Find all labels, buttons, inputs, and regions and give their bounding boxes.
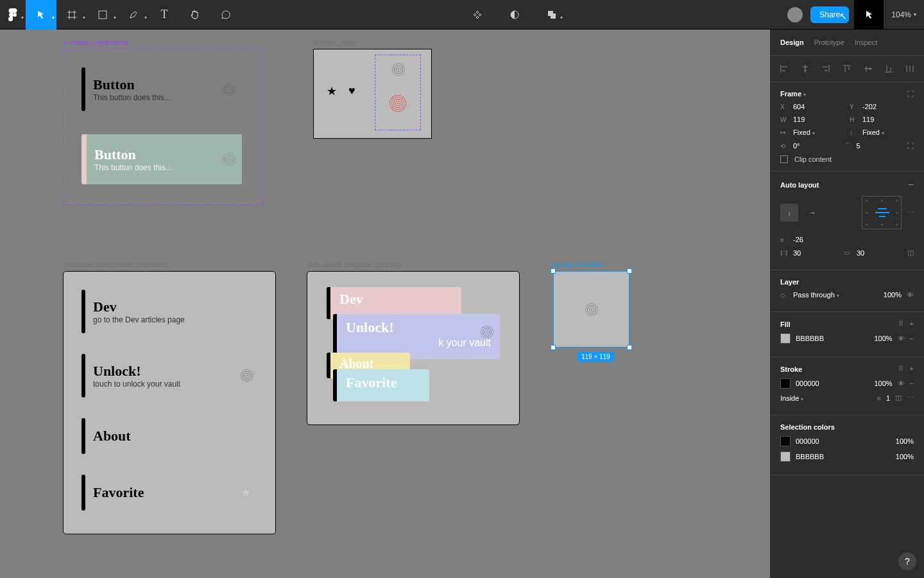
instances-frame[interactable]: Devgo to the Dev articles page Unlock!to… (63, 271, 276, 534)
tab-prototype[interactable]: Prototype (814, 39, 844, 46)
add-stroke[interactable]: + (910, 365, 914, 373)
selection-handle[interactable] (627, 268, 632, 274)
stroke-width[interactable]: 1 (886, 394, 890, 402)
fill-opacity[interactable]: 100% (874, 335, 892, 342)
alignment-grid[interactable] (862, 196, 902, 229)
boolean-icon[interactable]: ▾ (539, 0, 565, 30)
autolayout-title: Auto layout (780, 181, 819, 189)
component-frame[interactable]: Button This button does this... Button T… (63, 49, 263, 206)
mask-icon[interactable] (502, 0, 527, 30)
remove-stroke[interactable]: − (910, 380, 914, 387)
tab-inspect[interactable]: Inspect (855, 39, 877, 46)
radius-individual-icon[interactable]: ⛶ (907, 142, 914, 150)
autolayout-more[interactable]: ⋯ (907, 209, 914, 217)
pen-tool[interactable]: ▾ (118, 0, 149, 30)
style-icon[interactable]: ⠿ (898, 365, 903, 373)
pad-individual-icon[interactable]: ◫ (907, 249, 914, 257)
align-left[interactable] (776, 61, 792, 76)
spring-frame[interactable] (553, 271, 629, 347)
visibility-icon[interactable]: 👁 (898, 380, 905, 387)
frame-label[interactable]: ✦ button_component (63, 39, 128, 46)
instance-dev[interactable]: Devgo to the Dev articles page (81, 290, 257, 333)
icons-frame[interactable]: ★ ♥ (313, 49, 432, 139)
help-button[interactable]: ? (898, 552, 916, 570)
resize-to-fit-icon[interactable]: ⛶ (907, 90, 914, 98)
pad-h-input[interactable]: 30 (793, 249, 801, 257)
direction-horizontal[interactable]: → (803, 204, 821, 222)
h-constraint[interactable]: Fixed ▾ (862, 128, 884, 136)
x-input[interactable]: 604 (793, 103, 805, 110)
stroke-opacity[interactable]: 100% (874, 380, 892, 387)
sel-hex[interactable]: 000000 (796, 437, 819, 445)
w-input[interactable]: 119 (793, 116, 805, 123)
canvas[interactable]: ✦ button_component Button This button do… (0, 30, 770, 578)
visibility-icon[interactable]: 👁 (907, 291, 914, 299)
text-tool[interactable]: T (149, 0, 180, 30)
button-variant-hover[interactable]: Button This button does this... (81, 134, 242, 184)
comment-tool[interactable] (210, 0, 241, 30)
autolayout-frame[interactable]: Dev Unlock! k your vault About Favorite (307, 271, 520, 425)
instance-favorite[interactable]: Favorite ★ (81, 475, 257, 511)
style-icon[interactable]: ⠿ (898, 320, 903, 328)
tab-design[interactable]: Design (780, 39, 804, 46)
move-tool[interactable]: ▾ (26, 0, 56, 30)
sel-opacity[interactable]: 100% (896, 453, 914, 460)
align-top[interactable] (839, 61, 855, 76)
spacing-input[interactable]: -26 (793, 236, 803, 243)
clip-checkbox[interactable] (780, 155, 788, 163)
heart-icon[interactable]: ♥ (348, 84, 355, 98)
frame-tool[interactable]: ▾ (56, 0, 87, 30)
stroke-hex[interactable]: 000000 (796, 380, 819, 387)
remove-autolayout[interactable]: − (908, 179, 914, 191)
align-vcenter[interactable] (860, 61, 876, 76)
align-more[interactable] (902, 61, 918, 76)
align-bottom[interactable] (881, 61, 897, 76)
radius-input[interactable]: 5 (857, 142, 860, 150)
button-variant-default[interactable]: Button This button does this... (81, 67, 242, 111)
frame-title[interactable]: Frame ▾ (780, 90, 806, 98)
y-input[interactable]: -202 (862, 103, 877, 110)
frame-label[interactable]: spring animation (553, 261, 605, 268)
stroke-position[interactable]: Inside ▾ (780, 394, 803, 402)
hand-tool[interactable] (180, 0, 210, 30)
rotation-input[interactable]: 0° (793, 142, 800, 150)
remove-fill[interactable]: − (910, 335, 914, 342)
visibility-icon[interactable]: 👁 (898, 335, 905, 342)
fill-swatch[interactable] (780, 333, 791, 344)
sel-hex[interactable]: BBBBBB (796, 453, 824, 460)
direction-vertical[interactable]: ↓ (780, 204, 798, 222)
w-constraint[interactable]: Fixed ▾ (793, 128, 815, 136)
selection-handle[interactable] (551, 345, 556, 350)
selection-handle[interactable] (627, 345, 632, 350)
sel-swatch[interactable] (780, 451, 791, 462)
pad-v-input[interactable]: 30 (857, 249, 864, 257)
figma-menu[interactable]: ▾ (0, 0, 26, 30)
sel-swatch[interactable] (780, 436, 791, 446)
align-right[interactable] (818, 61, 834, 76)
share-button[interactable]: Share (810, 6, 849, 23)
blend-mode[interactable]: Pass through ▾ (793, 291, 839, 299)
icon-component[interactable] (375, 55, 421, 130)
frame-label[interactable]: auto-layout (negative spacing) (307, 261, 401, 268)
shape-tool[interactable]: ▾ (87, 0, 118, 30)
instance-unlock[interactable]: Unlock!touch to unlock your vault (81, 354, 257, 398)
star-icon[interactable]: ★ (327, 84, 337, 98)
zoom-level[interactable]: 104%▾ (884, 10, 924, 19)
instance-about[interactable]: About (81, 418, 257, 454)
stroke-more[interactable]: ⋯ (907, 394, 914, 402)
frame-label[interactable]: Instances (component properties) (63, 261, 168, 268)
stroke-side-icon[interactable]: ◫ (895, 394, 902, 402)
stack-favorite[interactable]: Favorite (333, 369, 429, 401)
stroke-swatch[interactable] (780, 378, 791, 389)
selection-handle[interactable] (551, 268, 556, 274)
component-icon[interactable] (465, 0, 490, 30)
align-hcenter[interactable] (798, 61, 814, 76)
opacity-input[interactable]: 100% (884, 291, 902, 299)
add-fill[interactable]: + (910, 320, 914, 328)
fill-hex[interactable]: BBBBBB (796, 335, 824, 342)
present-button[interactable] (854, 0, 884, 30)
avatar[interactable] (787, 7, 803, 22)
frame-label[interactable]: buttons_icons (313, 39, 357, 46)
sel-opacity[interactable]: 100% (896, 437, 914, 445)
h-input[interactable]: 119 (862, 116, 874, 123)
